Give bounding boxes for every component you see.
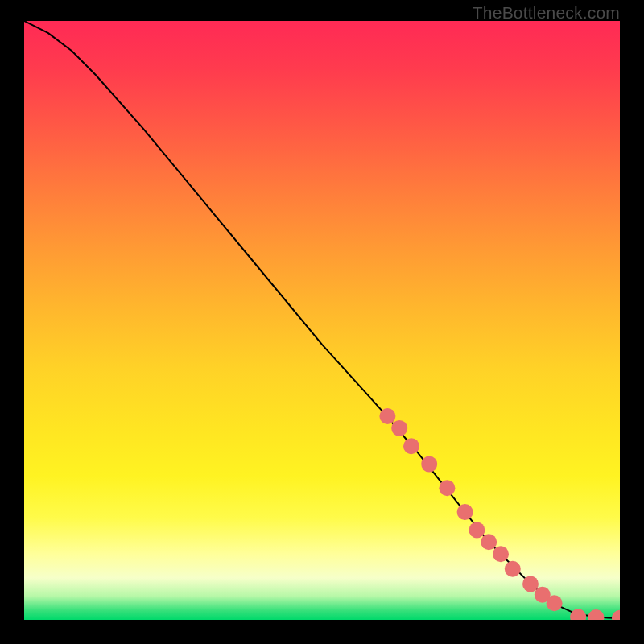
curve-marker (391, 420, 407, 436)
curve-marker (421, 456, 437, 473)
curve-marker (457, 504, 473, 520)
watermark-text: TheBottleneck.com (473, 3, 620, 23)
bottleneck-curve-path (24, 21, 620, 618)
curve-marker (522, 576, 539, 592)
curve-marker (379, 408, 395, 424)
curve-marker (505, 561, 521, 577)
curve-svg (24, 21, 620, 620)
curve-markers-group (379, 408, 620, 620)
curve-marker (493, 546, 509, 562)
curve-marker (588, 609, 604, 620)
plot-area (24, 21, 620, 620)
chart-stage: TheBottleneck.com (0, 0, 644, 644)
curve-marker (570, 609, 586, 620)
curve-marker (469, 522, 485, 538)
curve-marker (612, 610, 620, 620)
curve-marker (439, 480, 455, 496)
curve-marker (547, 595, 563, 611)
curve-marker (481, 534, 497, 550)
curve-marker (403, 438, 419, 454)
